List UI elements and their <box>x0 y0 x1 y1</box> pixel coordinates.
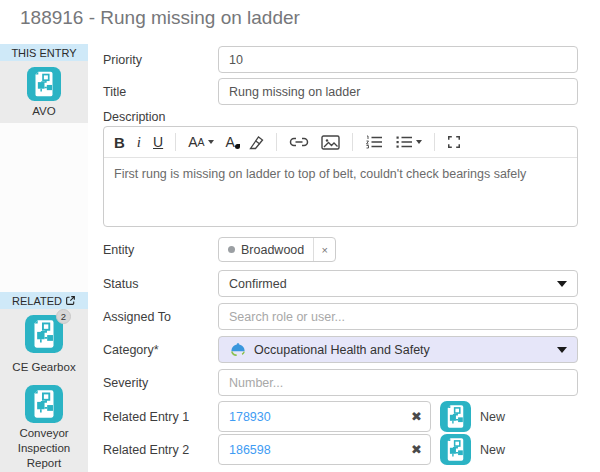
category-label: Category* <box>103 343 218 357</box>
font-size-button[interactable]: AA <box>188 134 213 150</box>
toolbar-separator <box>276 133 277 151</box>
field-row-priority: Priority <box>103 46 578 73</box>
this-entry-header: THIS ENTRY <box>0 44 88 61</box>
ordered-list-icon <box>365 135 383 149</box>
bullet-list-icon <box>395 135 413 149</box>
toolbar-separator <box>175 133 176 151</box>
field-row-related-entry-1: Related Entry 1 ✖ New <box>103 401 578 432</box>
color-drop-icon <box>235 144 240 149</box>
new-related-entry-1-button[interactable] <box>440 401 471 432</box>
entity-remove-button[interactable]: × <box>313 238 335 261</box>
font-color-label: A <box>226 134 235 150</box>
entity-tag[interactable]: Broadwood × <box>218 237 336 262</box>
assigned-to-input[interactable] <box>218 303 578 330</box>
related-header[interactable]: RELATED <box>0 292 88 309</box>
severity-label: Severity <box>103 376 218 390</box>
entity-tag-label: Broadwood <box>241 243 304 257</box>
priority-input[interactable] <box>218 46 578 73</box>
entity-label: Entity <box>103 243 218 257</box>
title-input[interactable] <box>218 78 578 105</box>
description-label: Description <box>103 110 578 126</box>
fullscreen-icon <box>447 135 461 149</box>
clear-icon[interactable]: ✖ <box>411 442 422 455</box>
description-content[interactable]: First rung is missing on ladder to top o… <box>104 158 577 226</box>
new-entry-label: New <box>480 410 505 424</box>
unordered-list-button[interactable] <box>395 135 422 149</box>
related-header-label: RELATED <box>12 295 62 307</box>
toolbar-separator <box>352 133 353 151</box>
field-row-category: Category* Occupational Health and Safety <box>103 336 578 363</box>
field-row-assigned-to: Assigned To <box>103 303 578 330</box>
assigned-to-label: Assigned To <box>103 310 218 324</box>
status-select[interactable]: Confirmed <box>218 270 578 297</box>
related-item-label: Conveyor Inspection Report <box>5 426 83 471</box>
ordered-list-button[interactable] <box>365 135 383 149</box>
font-size-big-label: A <box>188 134 197 150</box>
chevron-down-icon <box>416 140 422 144</box>
fullscreen-button[interactable] <box>447 135 461 149</box>
priority-label: Priority <box>103 53 218 67</box>
safety-helmet-icon <box>229 342 247 357</box>
insert-link-button[interactable] <box>289 135 309 149</box>
related-item-conveyor-inspection-report[interactable]: Conveyor Inspection Report <box>5 384 83 471</box>
status-label: Status <box>103 277 218 291</box>
this-entry-header-label: THIS ENTRY <box>11 47 76 59</box>
entry-document-icon <box>440 434 471 465</box>
italic-button[interactable]: i <box>137 134 141 151</box>
entry-document-icon <box>27 66 61 102</box>
field-row-title: Title <box>103 78 578 105</box>
status-value: Confirmed <box>229 277 287 291</box>
new-entry-label: New <box>480 443 505 457</box>
field-row-entity: Entity Broadwood × <box>103 237 578 262</box>
entry-form: Priority Title Description B i U AA A <box>103 46 578 465</box>
related-entry-2-label: Related Entry 2 <box>103 443 218 457</box>
new-related-entry-2-button[interactable] <box>440 434 471 465</box>
underline-button[interactable]: U <box>153 134 163 150</box>
description-editor: B i U AA A <box>103 126 578 227</box>
image-icon <box>321 135 340 150</box>
chevron-down-icon <box>208 140 214 144</box>
caret-down-icon <box>557 347 567 353</box>
related-entry-1-label: Related Entry 1 <box>103 410 218 424</box>
font-size-small-label: A <box>197 136 204 148</box>
external-link-icon <box>65 295 76 306</box>
clear-format-button[interactable] <box>247 135 264 150</box>
description-toolbar: B i U AA A <box>104 127 577 158</box>
title-label: Title <box>103 85 218 99</box>
entry-document-icon <box>440 401 471 432</box>
category-select[interactable]: Occupational Health and Safety <box>218 336 578 363</box>
page-title: 188916 - Rung missing on ladder <box>20 7 300 29</box>
sidebar-item-avo-label: AVO <box>5 104 83 119</box>
entry-document-icon <box>25 384 63 424</box>
font-color-button[interactable]: A <box>226 134 235 150</box>
related-item-ce-gearbox[interactable]: 2 CE Gearbox <box>5 314 83 375</box>
bold-button[interactable]: B <box>114 134 125 151</box>
toolbar-separator <box>434 133 435 151</box>
related-count-badge: 2 <box>56 309 71 324</box>
this-entry-section: AVO <box>0 61 88 123</box>
related-entry-1-input[interactable] <box>218 401 431 432</box>
field-row-status: Status Confirmed <box>103 270 578 297</box>
related-item-label: CE Gearbox <box>5 360 83 375</box>
clear-icon[interactable]: ✖ <box>411 409 422 422</box>
caret-down-icon <box>557 281 567 287</box>
link-icon <box>289 135 309 149</box>
insert-image-button[interactable] <box>321 135 340 150</box>
category-value: Occupational Health and Safety <box>254 343 430 357</box>
sidebar-spacer <box>0 123 88 292</box>
sidebar: THIS ENTRY AVO RELATED <box>0 44 88 472</box>
severity-input[interactable] <box>218 369 578 396</box>
related-entry-2-input[interactable] <box>218 434 431 465</box>
sidebar-item-avo[interactable]: AVO <box>0 66 88 119</box>
related-section: 2 CE Gearbox Conveyor Inspection Report <box>0 309 88 472</box>
eraser-icon <box>247 135 264 150</box>
field-row-severity: Severity <box>103 369 578 396</box>
field-row-related-entry-2: Related Entry 2 ✖ New <box>103 434 578 465</box>
entity-dot-icon <box>228 246 235 253</box>
